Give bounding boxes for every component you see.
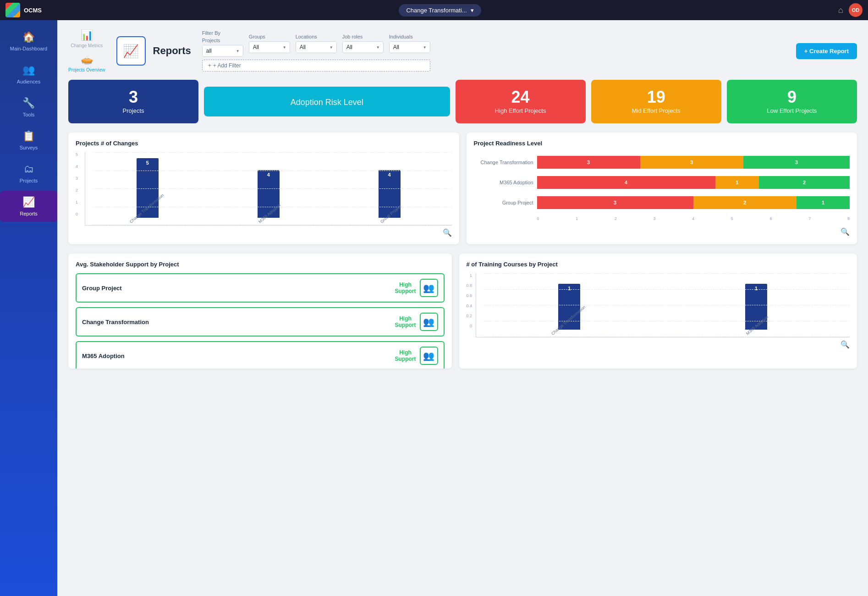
adoption-risk-label: Adoption Risk Level (291, 98, 363, 107)
metric-low-effort: 9 Low Effort Projects (727, 80, 857, 123)
stakeholder-name-0: Group Project (82, 285, 395, 292)
low-effort-number: 9 (787, 89, 797, 105)
segment-green-2: 1 (797, 196, 850, 209)
stakeholder-chart-title: Avg. Stakeholder Support by Project (76, 261, 179, 268)
readiness-chart: Project Readiness Level Change Transform… (467, 132, 857, 244)
training-bar-group-1: 1 M365 Adoption (674, 284, 839, 337)
bar-group-0: 5 Change Transformation (93, 158, 203, 225)
groups-filter-label: Groups (249, 34, 290, 39)
stacked-bars-2: 3 2 1 (537, 196, 850, 209)
stacked-row-2: Group Project 3 2 1 (474, 196, 850, 209)
app-title: OCMS (24, 7, 42, 14)
change-metrics-nav[interactable]: 📊 Change Metrics (71, 29, 103, 48)
training-bar-group-0: 1 Change Transformation (487, 284, 652, 337)
zoom-readiness-icon-area: 🔍 (474, 227, 850, 236)
user-avatar[interactable]: OD (849, 3, 863, 17)
projects-overview-nav[interactable]: 🥧 Projects Overview (68, 54, 105, 72)
low-effort-label: Low Effort Projects (767, 107, 817, 114)
create-report-button[interactable]: + Create Report (796, 43, 857, 59)
topbar: OCMS Change Transformati... ▾ ⌂ OD (0, 0, 868, 20)
zoom-readiness-button[interactable]: 🔍 (841, 227, 850, 236)
locations-filter-label: Locations (296, 34, 337, 39)
zoom-training-button[interactable]: 🔍 (841, 340, 850, 349)
content-area: 📊 Change Metrics 🥧 Projects Overview 📈 R… (57, 20, 868, 596)
reports-title-area: 📈 Reports (116, 36, 191, 66)
stacked-label-1: M365 Adoption (474, 180, 533, 185)
bar-group-1: 4 M365 Adoption (214, 170, 324, 225)
stakeholder-item-2: M365 Adoption HighSupport 👥 (76, 341, 445, 369)
projects-icon: 🗂 (24, 163, 34, 175)
project-selector-button[interactable]: Change Transformati... ▾ (399, 4, 481, 17)
filter-locations-group: Locations All (296, 34, 337, 53)
segment-red-0: 3 (537, 156, 640, 169)
page-title: Reports (153, 45, 191, 57)
segment-green-1: 2 (759, 176, 850, 189)
charts-row-2: Avg. Stakeholder Support by Project Grou… (68, 254, 857, 369)
filter-jobroles-group: Job roles All (342, 34, 384, 53)
filter-groups-group: Groups All (249, 34, 290, 53)
stakeholder-name-1: Change Transformation (82, 319, 395, 326)
stakeholder-list: Group Project HighSupport 👥 Change Trans… (68, 268, 452, 369)
stakeholder-icon-0: 👥 (420, 279, 438, 297)
reports-box-icon: 📈 (123, 44, 139, 59)
groups-filter-select[interactable]: All (249, 41, 290, 53)
stakeholder-icon-1: 👥 (420, 313, 438, 331)
segment-green-0: 3 (743, 156, 850, 169)
training-chart-body: 10.80.60.40.20 1 Change Transformation 1… (467, 273, 850, 337)
zoom-training-icon-area: 🔍 (467, 340, 850, 349)
zoom-changes-chart-button[interactable]: 🔍 (443, 228, 452, 237)
projects-filter-wrapper: all (202, 45, 243, 57)
training-bars-container: 1 Change Transformation 1 M365 Adoption (476, 273, 850, 337)
stacked-axis-labels: 012345678 (537, 216, 850, 221)
projects-filter-select[interactable]: all (202, 45, 243, 57)
support-badge-1: HighSupport (395, 315, 416, 328)
training-y-axis: 10.80.60.40.20 (467, 273, 474, 328)
stakeholder-item-1: Change Transformation HighSupport 👥 (76, 307, 445, 337)
sidebar-label-main-dashboard: Main-Dashboard (10, 46, 47, 51)
y-axis-labels: 543210 (76, 152, 80, 216)
logo-icon (5, 3, 20, 17)
jobroles-filter-select[interactable]: All (342, 41, 384, 53)
surveys-icon: 📋 (22, 130, 35, 142)
stacked-chart-container: Change Transformation 3 3 3 M365 Adoptio… (474, 152, 850, 225)
add-filter-button[interactable]: + + Add Filter (202, 60, 430, 72)
metrics-row: 3 Projects Adoption Risk Level 24 High E… (68, 80, 857, 123)
high-effort-number: 24 (511, 89, 530, 105)
topbar-right: ⌂ OD (838, 3, 863, 17)
groups-filter-wrapper: All (249, 41, 290, 53)
sidebar-label-reports: Reports (20, 211, 38, 216)
sidebar-item-tools[interactable]: 🔧 Tools (0, 92, 57, 123)
sidebar-item-main-dashboard[interactable]: 🏠 Main-Dashboard (0, 26, 57, 57)
mid-effort-label: Mid Effort Projects (632, 107, 681, 114)
zoom-icon-area: 🔍 (76, 228, 452, 237)
stacked-row-0: Change Transformation 3 3 3 (474, 156, 850, 169)
locations-filter-wrapper: All (296, 41, 337, 53)
high-effort-label: High Effort Projects (495, 107, 546, 114)
projects-changes-chart: Projects # of Changes 543210 5 Change Tr (68, 132, 459, 244)
segment-red-1: 4 (537, 176, 715, 189)
locations-filter-select[interactable]: All (296, 41, 337, 53)
sidebar: 🏠 Main-Dashboard 👥 Audiences 🔧 Tools 📋 S… (0, 20, 57, 596)
sidebar-item-surveys[interactable]: 📋 Surveys (0, 125, 57, 156)
project-selector-label: Change Transformati... (406, 7, 467, 14)
mid-effort-number: 19 (647, 89, 665, 105)
segment-orange-1: 1 (715, 176, 759, 189)
projects-filter-label: Projects (202, 38, 243, 43)
logo-area: OCMS (5, 3, 42, 17)
metric-projects-count: 3 Projects (68, 80, 198, 123)
metric-adoption-risk: Adoption Risk Level (204, 87, 450, 116)
sidebar-item-audiences[interactable]: 👥 Audiences (0, 59, 57, 90)
sidebar-item-reports[interactable]: 📈 Reports (0, 191, 57, 222)
home-icon[interactable]: ⌂ (838, 6, 843, 15)
individuals-filter-select[interactable]: All (389, 41, 430, 53)
sidebar-item-projects[interactable]: 🗂 Projects (0, 158, 57, 189)
support-badge-2: HighSupport (395, 349, 416, 362)
reports-icon-box: 📈 (116, 36, 146, 66)
metric-high-effort: 24 High Effort Projects (456, 80, 586, 123)
bar-group-2: 4 Group Project (335, 170, 445, 225)
sidebar-label-audiences: Audiences (17, 79, 40, 84)
bar-chart-container: 5 Change Transformation 4 M365 Adoption … (85, 152, 452, 226)
audiences-icon: 👥 (22, 64, 35, 76)
stakeholder-item-0: Group Project HighSupport 👥 (76, 273, 445, 303)
add-filter-icon: + (208, 62, 211, 69)
